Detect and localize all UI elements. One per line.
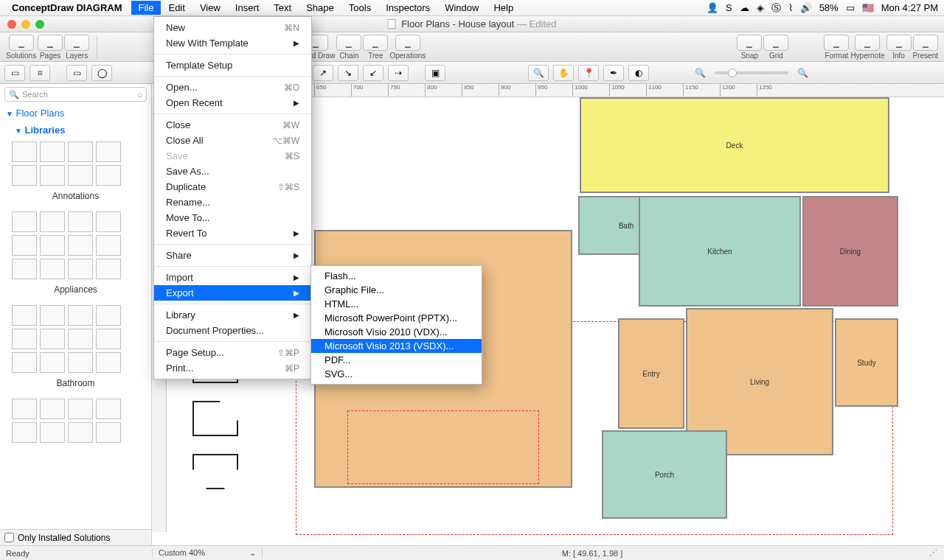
room-entry[interactable]: Entry xyxy=(618,318,684,429)
menuitem-close-all[interactable]: Close All⌥⌘W xyxy=(154,133,311,148)
menuitem-document-properties-[interactable]: Document Properties... xyxy=(154,323,311,338)
close-button[interactable] xyxy=(7,20,16,29)
tree-root[interactable]: ▼ Floor Plans xyxy=(0,105,151,122)
search-input[interactable]: 🔍 Search ⌂ xyxy=(4,87,147,102)
minimize-button[interactable] xyxy=(21,20,30,29)
menuitem-save-as-[interactable]: Save As... xyxy=(154,164,311,179)
menu-inspectors[interactable]: Inspectors xyxy=(378,1,437,15)
library-item[interactable] xyxy=(12,165,37,186)
pin-tool[interactable]: 📍 xyxy=(578,65,599,81)
home-icon[interactable]: ⌂ xyxy=(137,90,142,99)
toolbar-solutions[interactable]: ⎯Solutions xyxy=(6,35,36,60)
eraser-tool[interactable]: ◐ xyxy=(628,65,649,81)
library-item[interactable] xyxy=(96,399,121,419)
library-item[interactable] xyxy=(12,211,37,232)
menu-window[interactable]: Window xyxy=(437,1,486,15)
library-item[interactable] xyxy=(96,165,121,186)
library-item[interactable] xyxy=(40,399,65,419)
app-name[interactable]: ConceptDraw DIAGRAM xyxy=(12,2,122,13)
library-item[interactable] xyxy=(96,329,121,349)
menuitem-new[interactable]: New⌘N xyxy=(154,20,311,35)
export-pdf-[interactable]: PDF... xyxy=(311,353,482,367)
user-icon[interactable]: 👤 xyxy=(707,2,718,13)
library-item[interactable] xyxy=(68,305,93,326)
select-tool[interactable]: ⌗ xyxy=(30,65,50,81)
connector-3[interactable]: ↙ xyxy=(363,65,384,81)
library-item[interactable] xyxy=(12,305,37,326)
library-item[interactable] xyxy=(96,259,121,279)
room-study[interactable]: Study xyxy=(835,318,898,407)
zoom-in-icon[interactable]: 🔍 xyxy=(797,68,808,78)
pan-tool[interactable]: ✋ xyxy=(553,65,574,81)
export-microsoft-visio-2013-vsdx-[interactable]: Microsoft Visio 2013 (VSDX)... xyxy=(311,339,482,353)
connector-2[interactable]: ↘ xyxy=(338,65,358,81)
menuitem-revert-to[interactable]: Revert To▶ xyxy=(154,225,311,241)
library-item[interactable] xyxy=(68,399,93,419)
menuitem-print-[interactable]: Print...⌘P xyxy=(154,360,311,376)
toolbar-chain[interactable]: ⎯Chain xyxy=(336,35,361,60)
wifi-icon[interactable]: ⌇ xyxy=(788,2,793,13)
connector-4[interactable]: ⇢ xyxy=(388,65,409,81)
room-kitchen[interactable]: Kitchen xyxy=(639,196,801,307)
toolbar-tree[interactable]: ⎯Tree xyxy=(363,35,388,60)
library-item[interactable] xyxy=(12,352,37,373)
tree-libraries[interactable]: ▼ Libraries xyxy=(0,122,151,139)
library-item[interactable] xyxy=(12,259,37,279)
connector-1[interactable]: ↗ xyxy=(313,65,333,81)
library-item[interactable] xyxy=(68,352,93,373)
menuitem-new-with-template[interactable]: New With Template▶ xyxy=(154,35,311,51)
library-item[interactable] xyxy=(68,165,93,186)
library-item[interactable] xyxy=(40,141,65,162)
menuitem-rename-[interactable]: Rename... xyxy=(154,195,311,210)
menuitem-export[interactable]: Export▶ xyxy=(154,285,311,301)
eyedropper-tool[interactable]: ✒ xyxy=(603,65,624,81)
library-item[interactable] xyxy=(40,259,65,279)
export-flash-[interactable]: Flash... xyxy=(311,269,482,283)
library-item[interactable] xyxy=(40,165,65,186)
toolbar-snap[interactable]: ⎯Snap xyxy=(737,35,762,60)
menuitem-share[interactable]: Share▶ xyxy=(154,248,311,263)
menuitem-page-setup-[interactable]: Page Setup...⇧⌘P xyxy=(154,345,311,360)
library-item[interactable] xyxy=(68,422,93,443)
export-graphic-file-[interactable]: Graphic File... xyxy=(311,283,482,297)
shape-l[interactable] xyxy=(192,401,238,436)
library-item[interactable] xyxy=(68,235,93,256)
menuitem-import[interactable]: Import▶ xyxy=(154,270,311,285)
toolbar-operations[interactable]: ⎯Operations xyxy=(389,35,426,60)
library-item[interactable] xyxy=(96,305,121,326)
library-item[interactable] xyxy=(96,235,121,256)
s-icon[interactable]: S xyxy=(726,2,732,13)
zoom-button[interactable] xyxy=(35,20,44,29)
library-item[interactable] xyxy=(40,235,65,256)
menu-tools[interactable]: Tools xyxy=(341,1,378,15)
menuitem-duplicate[interactable]: Duplicate⇧⌘S xyxy=(154,179,311,195)
menu-help[interactable]: Help xyxy=(486,1,521,15)
menu-text[interactable]: Text xyxy=(266,1,299,15)
export-html-[interactable]: HTML... xyxy=(311,297,482,311)
zoom-display[interactable]: Custom 40%⌄ xyxy=(152,548,263,558)
dropbox-icon[interactable]: ◈ xyxy=(757,2,764,13)
room-deck[interactable]: Deck xyxy=(580,97,889,193)
library-item[interactable] xyxy=(40,422,65,443)
library-item[interactable] xyxy=(12,422,37,443)
container-tool[interactable]: ▣ xyxy=(425,65,445,81)
library-item[interactable] xyxy=(12,329,37,349)
menuitem-move-to-[interactable]: Move To... xyxy=(154,210,311,225)
library-item[interactable] xyxy=(12,235,37,256)
resize-grip[interactable]: ⋰ xyxy=(922,548,944,558)
zoom-tool[interactable]: 🔍 xyxy=(528,65,549,81)
library-item[interactable] xyxy=(40,305,65,326)
toolbar-present[interactable]: ⎯Present xyxy=(913,35,938,60)
menu-file[interactable]: File xyxy=(131,1,162,15)
library-item[interactable] xyxy=(96,211,121,232)
library-item[interactable] xyxy=(40,352,65,373)
shape-t[interactable] xyxy=(192,454,238,489)
menuitem-library[interactable]: Library▶ xyxy=(154,307,311,323)
menuitem-close[interactable]: Close⌘W xyxy=(154,117,311,133)
toolbar-grid[interactable]: ⎯Grid xyxy=(763,35,788,60)
toolbar-format[interactable]: ⎯Format xyxy=(824,35,849,60)
library-item[interactable] xyxy=(68,141,93,162)
library-item[interactable] xyxy=(12,141,37,162)
only-installed-checkbox[interactable]: Only Installed Solutions xyxy=(0,529,151,545)
toolbar-pages[interactable]: ⎯Pages xyxy=(38,35,63,60)
